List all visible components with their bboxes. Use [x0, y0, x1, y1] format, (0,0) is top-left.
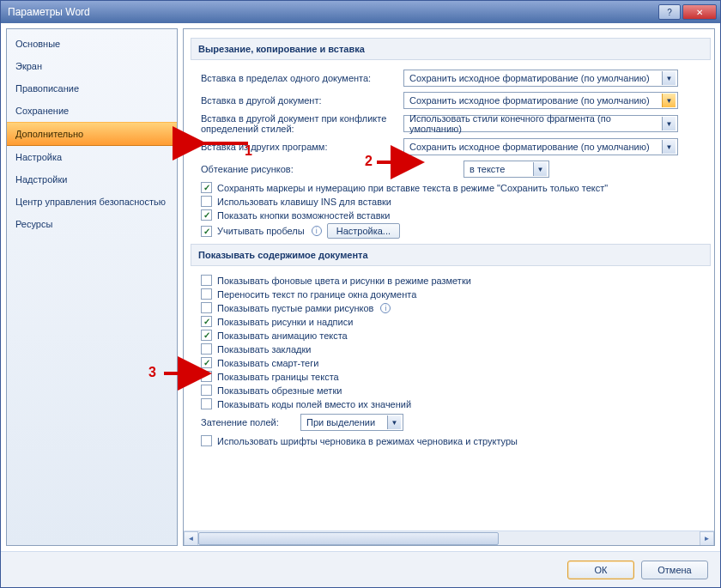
horizontal-scrollbar[interactable]: ◄ ► — [184, 530, 714, 545]
options-dialog: Параметры Word ? ✕ Основные Экран Правоп… — [0, 0, 721, 588]
checkbox-draft-font[interactable] — [201, 435, 212, 446]
chk-label: Использовать клавишу INS для вставки — [217, 197, 391, 207]
checkbox-wrap-window[interactable] — [201, 288, 212, 300]
dialog-body: Основные Экран Правописание Сохранение Д… — [1, 23, 720, 551]
checkbox-bg-colors[interactable] — [201, 275, 212, 286]
chk-label: Использовать шрифты черновика в режимах … — [217, 436, 518, 446]
dropdown-paste-same-doc[interactable]: Сохранить исходное форматирование (по ум… — [403, 70, 678, 87]
annotation-num-2: 2 — [365, 154, 373, 169]
checkbox-ins-key[interactable] — [201, 196, 212, 207]
checkbox-bookmarks[interactable] — [201, 343, 212, 355]
chk-label: Показывать закладки — [217, 344, 311, 355]
dropdown-paste-programs[interactable]: Сохранить исходное форматирование (по ум… — [403, 138, 678, 155]
scroll-thumb[interactable] — [198, 532, 499, 545]
dialog-footer: ОК Отмена — [1, 551, 720, 587]
row-field-shading: Затенение полей: При выделении — [201, 413, 711, 432]
chk-label: Учитывать пробелы — [217, 226, 305, 236]
label-field-shading: Затенение полей: — [201, 417, 295, 427]
sidebar-item-display[interactable]: Экран — [7, 55, 177, 77]
checkbox-smart-tags[interactable] — [201, 357, 212, 368]
label-paste-other-doc: Вставка в другой документ: — [201, 95, 398, 106]
section-show-content: Показывать содержимое документа — [191, 244, 711, 266]
window-controls: ? ✕ — [658, 4, 717, 20]
main-panel: Вырезание, копирование и вставка Вставка… — [183, 28, 715, 546]
checkbox-smart-paste[interactable] — [201, 226, 212, 237]
chk-keep-bullets: Сохранять маркеры и нумерацию при вставк… — [201, 182, 711, 193]
checkbox-text-bound[interactable] — [201, 371, 212, 382]
chk-label: Показывать границы текста — [217, 372, 339, 382]
chk-paste-options-btn: Показать кнопки возможностей вставки — [201, 209, 711, 221]
label-paste-conflict: Вставка в другой документ при конфликте … — [201, 113, 398, 134]
chk-label: Показывать смарт-теги — [217, 358, 318, 368]
row-paste-programs: Вставка из других программ: Сохранить ис… — [201, 137, 711, 156]
window-title: Параметры Word — [4, 6, 658, 18]
annotation-num-3: 3 — [148, 365, 156, 380]
checkbox-paste-options-btn[interactable] — [201, 209, 212, 221]
chk-ins-key: Использовать клавишу INS для вставки — [201, 196, 711, 207]
checkbox-crop-marks[interactable] — [201, 385, 212, 396]
chk-label: Показывать коды полей вместо их значений — [217, 399, 411, 409]
titlebar: Параметры Word ? ✕ — [1, 1, 720, 23]
chk-label: Показывать обрезные метки — [217, 385, 342, 396]
row-paste-other-doc: Вставка в другой документ: Сохранить исх… — [201, 91, 711, 110]
help-button[interactable]: ? — [658, 4, 681, 20]
sidebar-item-resources[interactable]: Ресурсы — [7, 213, 177, 235]
row-paste-same-doc: Вставка в пределах одного документа: Сох… — [201, 69, 711, 88]
chk-label: Переносить текст по границе окна докумен… — [217, 289, 416, 300]
sidebar-item-proofing[interactable]: Правописание — [7, 77, 177, 100]
info-icon[interactable]: i — [312, 226, 322, 236]
chk-label: Показать кнопки возможностей вставки — [217, 210, 390, 221]
annotation-num-1: 1 — [245, 143, 252, 159]
checkbox-drawings[interactable] — [201, 316, 212, 327]
category-sidebar: Основные Экран Правописание Сохранение Д… — [6, 28, 178, 546]
chk-smart-paste: Учитывать пробелы i Настройка... — [201, 223, 711, 239]
label-picture-wrap: Обтекание рисунков: — [201, 164, 458, 174]
sidebar-item-advanced[interactable]: Дополнительно — [7, 122, 177, 146]
chk-label: Показывать анимацию текста — [217, 330, 348, 341]
sidebar-item-trustcenter[interactable]: Центр управления безопасностью — [7, 191, 177, 213]
chk-label: Показывать рисунки и надписи — [217, 317, 353, 327]
checkbox-placeholders[interactable] — [201, 302, 212, 313]
cancel-button[interactable]: Отмена — [641, 561, 708, 579]
row-picture-wrap: Обтекание рисунков: в тексте — [201, 160, 711, 179]
sidebar-item-general[interactable]: Основные — [7, 33, 177, 55]
chk-label: Показывать пустые рамки рисунков — [217, 303, 373, 313]
chk-label: Показывать фоновые цвета и рисунки в реж… — [217, 276, 471, 286]
dropdown-paste-conflict[interactable]: Использовать стили конечного фрагмента (… — [403, 115, 678, 132]
row-paste-conflict: Вставка в другой документ при конфликте … — [201, 113, 711, 134]
sidebar-item-save[interactable]: Сохранение — [7, 100, 177, 122]
sidebar-item-customize[interactable]: Настройка — [7, 146, 177, 168]
scroll-track[interactable] — [198, 531, 700, 546]
info-icon[interactable]: i — [380, 303, 391, 313]
chk-label: Сохранять маркеры и нумерацию при вставк… — [217, 183, 608, 193]
close-button[interactable]: ✕ — [682, 4, 717, 20]
settings-button[interactable]: Настройка... — [327, 223, 400, 239]
checkbox-keep-bullets[interactable] — [201, 182, 212, 193]
main-scroll-area[interactable]: Вырезание, копирование и вставка Вставка… — [184, 29, 714, 530]
label-paste-programs: Вставка из других программ: — [201, 142, 398, 152]
section-cut-copy-paste: Вырезание, копирование и вставка — [191, 38, 711, 60]
dropdown-field-shading[interactable]: При выделении — [300, 414, 403, 431]
scroll-right-arrow[interactable]: ► — [700, 531, 714, 546]
sidebar-item-addins[interactable]: Надстройки — [7, 168, 177, 191]
checkbox-text-anim[interactable] — [201, 330, 212, 341]
label-paste-same-doc: Вставка в пределах одного документа: — [201, 73, 398, 83]
dropdown-picture-wrap[interactable]: в тексте — [464, 161, 549, 178]
scroll-left-arrow[interactable]: ◄ — [184, 531, 198, 546]
checkbox-field-codes[interactable] — [201, 398, 212, 409]
dropdown-paste-other-doc[interactable]: Сохранить исходное форматирование (по ум… — [403, 92, 678, 109]
ok-button[interactable]: ОК — [567, 561, 634, 579]
